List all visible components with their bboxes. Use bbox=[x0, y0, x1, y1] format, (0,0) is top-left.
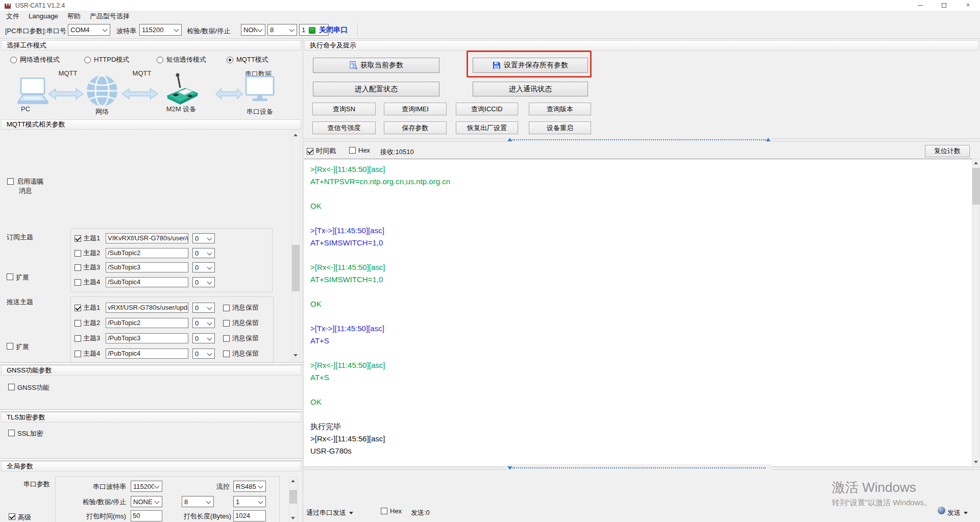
menu-item-1[interactable]: Language bbox=[24, 11, 63, 21]
advanced-checkbox[interactable] bbox=[9, 513, 15, 520]
flow-control-select[interactable]: RS485 bbox=[233, 481, 266, 492]
action-button-2[interactable]: 恢复出厂设置 bbox=[456, 121, 518, 134]
pub-topic-checkbox-3[interactable] bbox=[75, 335, 81, 342]
menu-item-3[interactable]: 产品型号选择 bbox=[85, 11, 134, 21]
bottom-trackbar[interactable] bbox=[506, 464, 772, 471]
maximize-button[interactable] bbox=[932, 0, 956, 11]
pub-topic-input-1[interactable]: vRXf/USR-G780s/user/update bbox=[106, 303, 188, 313]
log-hex-checkbox[interactable] bbox=[349, 147, 356, 154]
pub-topic-checkbox-1[interactable] bbox=[75, 305, 81, 311]
close-button[interactable]: × bbox=[956, 0, 980, 11]
sub-topic-checkbox-3[interactable] bbox=[75, 264, 81, 271]
action-button-0[interactable]: 查信号强度 bbox=[312, 121, 376, 134]
sub-topic-checkbox-2[interactable] bbox=[75, 250, 81, 257]
timestamp-checkbox[interactable] bbox=[307, 148, 313, 155]
network-label: 网络 bbox=[87, 107, 117, 116]
baud-select[interactable]: 115200 bbox=[139, 24, 182, 36]
pub-topic-qos-select-3[interactable]: 0 bbox=[192, 333, 215, 343]
menu-item-2[interactable]: 帮助 bbox=[63, 11, 85, 21]
scroll-up-icon[interactable] bbox=[292, 131, 300, 139]
action-button-3[interactable]: 设备重启 bbox=[529, 121, 591, 134]
pub-topic-input-2[interactable]: /PubTopic2 bbox=[106, 318, 188, 328]
send-hex-toggle[interactable]: Hex bbox=[381, 507, 402, 515]
parity-select[interactable]: NONE bbox=[241, 24, 265, 36]
enter-comm-button[interactable]: 进入通讯状态 bbox=[473, 82, 588, 96]
pub-topic-retain-checkbox-2[interactable] bbox=[223, 320, 230, 327]
subscribe-expand-checkbox[interactable] bbox=[7, 274, 13, 280]
close-port-button[interactable]: 关闭串口 bbox=[309, 24, 348, 36]
menu-item-0[interactable]: 文件 bbox=[2, 11, 24, 21]
timestamp-toggle[interactable]: 时间戳 bbox=[307, 146, 336, 156]
chevron-down-icon bbox=[154, 499, 160, 505]
trackbar-thumb[interactable] bbox=[507, 466, 512, 470]
scrollbar-thumb[interactable] bbox=[972, 168, 980, 205]
pub-topic-qos-select-4[interactable]: 0 bbox=[192, 349, 215, 359]
pub-topic-qos-select-2[interactable]: 0 bbox=[192, 318, 215, 328]
sub-topic-input-2[interactable]: /SubTopic2 bbox=[106, 248, 188, 258]
pub-topic-input-3[interactable]: /PubTopic3 bbox=[106, 333, 188, 343]
pub-topic-checkbox-2[interactable] bbox=[75, 320, 81, 327]
trackbar-thumb[interactable] bbox=[507, 138, 512, 141]
set-save-params-button[interactable]: 设置并保存所有参数 bbox=[473, 58, 588, 73]
log-scrollbar[interactable] bbox=[972, 159, 980, 466]
com-port-select[interactable]: COM4 bbox=[68, 24, 110, 36]
pub-topic-row-2: 主题2/PubTopic20消息保留 bbox=[71, 318, 286, 328]
query-button-0[interactable]: 查询SN bbox=[312, 103, 376, 115]
pack-length-input[interactable]: 1024 bbox=[233, 510, 266, 521]
query-button-2[interactable]: 查询ICCID bbox=[456, 103, 518, 115]
chevron-down-icon bbox=[154, 484, 160, 489]
send-via-serial-dropdown[interactable]: 通过串口发送 bbox=[306, 508, 353, 517]
global-databits-select[interactable]: 8 bbox=[182, 496, 214, 507]
pub-topic-retain-checkbox-1[interactable] bbox=[223, 305, 230, 311]
minimize-button[interactable] bbox=[908, 0, 932, 11]
global-parity-select[interactable]: NONE bbox=[131, 496, 162, 507]
global-stopbits-select[interactable]: 1 bbox=[233, 496, 266, 507]
pub-topic-qos-select-1[interactable]: 0 bbox=[192, 303, 215, 313]
sub-topic-input-4[interactable]: /SubTopic4 bbox=[106, 277, 188, 287]
get-params-button[interactable]: 获取当前参数 bbox=[313, 58, 439, 73]
pub-topic-retain-checkbox-3[interactable] bbox=[223, 335, 230, 342]
databits-select[interactable]: 8 bbox=[267, 24, 297, 36]
sub-topic-checkbox-1[interactable] bbox=[75, 235, 81, 242]
sub-topic-qos-select-1[interactable]: 0 bbox=[192, 233, 215, 243]
log-area[interactable]: >[Rx<-][11:45:50][asc]AT+NTPSVR=cn.ntp.o… bbox=[304, 159, 972, 466]
sub-topic-input-1[interactable]: VIKvRXf/USR-G780s/user/get bbox=[106, 233, 188, 243]
send-button[interactable]: 发送 bbox=[947, 508, 968, 517]
pub-topic-checkbox-4[interactable] bbox=[75, 351, 81, 357]
scroll-up-icon[interactable] bbox=[972, 159, 980, 167]
publish-expand-checkbox[interactable] bbox=[7, 343, 13, 350]
pub-topic-input-4[interactable]: /PubTopic4 bbox=[106, 349, 188, 359]
top-trackbar[interactable] bbox=[506, 136, 772, 143]
scrollbar-thumb[interactable] bbox=[289, 490, 297, 504]
action-button-1[interactable]: 保存参数 bbox=[384, 121, 447, 134]
pub-topic-retain-checkbox-4[interactable] bbox=[223, 351, 230, 357]
sub-topic-qos-select-2[interactable]: 0 bbox=[192, 248, 215, 258]
work-mode-option-0[interactable]: 网络透传模式 bbox=[10, 55, 60, 64]
global-scrollbar[interactable] bbox=[289, 477, 298, 522]
log-hex-toggle[interactable]: Hex bbox=[349, 146, 370, 154]
scroll-down-icon[interactable] bbox=[289, 514, 297, 522]
global-baud-select[interactable]: 115200 bbox=[131, 481, 162, 492]
pack-time-input[interactable]: 50 bbox=[131, 510, 162, 521]
scroll-down-icon[interactable] bbox=[292, 352, 300, 360]
sub-topic-qos-select-4[interactable]: 0 bbox=[192, 277, 215, 287]
sub-topic-qos-select-3[interactable]: 0 bbox=[192, 262, 215, 272]
reset-count-button[interactable]: 复位计数 bbox=[925, 145, 970, 157]
sub-topic-checkbox-4[interactable] bbox=[75, 279, 81, 286]
query-button-1[interactable]: 查询IMEI bbox=[384, 103, 447, 115]
scroll-up-icon[interactable] bbox=[289, 477, 297, 485]
will-message-checkbox[interactable] bbox=[7, 178, 14, 185]
send-hex-checkbox[interactable] bbox=[381, 508, 387, 514]
work-mode-option-2[interactable]: 短信透传模式 bbox=[157, 55, 206, 64]
work-mode-option-3[interactable]: MQTT模式 bbox=[227, 55, 268, 64]
scrollbar-thumb[interactable] bbox=[292, 245, 300, 291]
sub-topic-input-3[interactable]: /SubTopic3 bbox=[106, 262, 188, 272]
query-button-3[interactable]: 查询版本 bbox=[529, 103, 591, 115]
enter-config-button[interactable]: 进入配置状态 bbox=[313, 82, 439, 96]
sub-topic-label-1: 主题1 bbox=[83, 234, 106, 243]
work-mode-option-1[interactable]: HTTPD模式 bbox=[84, 55, 129, 64]
mqtt-scrollbar[interactable] bbox=[291, 131, 300, 360]
scroll-down-icon[interactable] bbox=[972, 458, 980, 466]
gnss-enable-checkbox[interactable] bbox=[8, 384, 15, 390]
ssl-enable-checkbox[interactable] bbox=[8, 430, 15, 436]
